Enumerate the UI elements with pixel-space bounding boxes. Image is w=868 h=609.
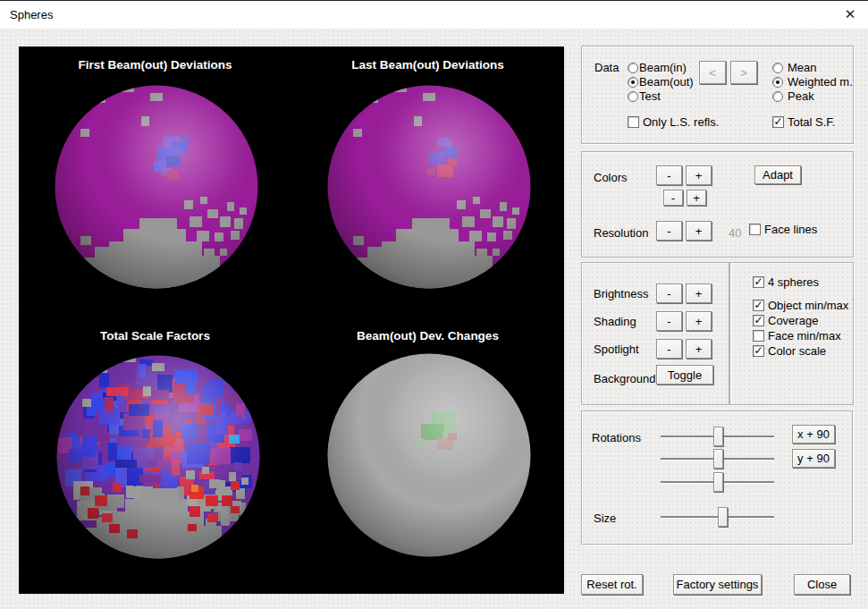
shading-plus-button[interactable]: + <box>686 311 712 331</box>
close-icon[interactable]: ✕ <box>841 5 859 23</box>
sphere-title-changes: Beam(out) Dev. Changes <box>291 329 564 343</box>
label-spotlight: Spotlight <box>594 343 639 356</box>
brightness-minus-button[interactable]: - <box>656 283 682 303</box>
sphere-title-last: Last Beam(out) Deviations <box>291 58 564 72</box>
checkbox-label-only-l-s-refls: Only L.S. refls. <box>643 115 719 129</box>
rotation-slider-3[interactable] <box>661 472 774 492</box>
checkbox-label-total-s-f: Total S.F. <box>788 115 835 129</box>
y-plus-90-button[interactable]: y + 90 <box>792 449 835 468</box>
radio-peak[interactable] <box>772 91 783 102</box>
colors-group: Colors - + Adapt - + Resolution - + 40 F… <box>581 151 854 258</box>
checkbox-total-s-f[interactable]: ✓ <box>772 116 784 128</box>
size-slider-thumb[interactable] <box>718 507 728 527</box>
checkbox-face-lines[interactable] <box>749 224 761 235</box>
colors-minus2-button[interactable]: - <box>663 190 683 206</box>
rotation-slider-2[interactable] <box>661 449 774 469</box>
radio-label-beam-in: Beam(in) <box>639 61 687 74</box>
size-slider[interactable] <box>661 507 774 527</box>
size-label: Size <box>594 512 616 525</box>
resolution-value: 40 <box>729 226 741 240</box>
radio-test[interactable] <box>628 91 638 102</box>
checkbox-label-coverage: Coverage <box>768 314 818 327</box>
dialog-body: First Beam(out) Deviations Last Beam(out… <box>0 29 868 609</box>
resolution-plus-button[interactable]: + <box>686 221 712 241</box>
close-button[interactable]: Close <box>794 574 850 595</box>
colors-label: Colors <box>594 171 628 184</box>
checkbox-label-4-spheres: 4 spheres <box>768 275 819 289</box>
rotation-slider-1-thumb[interactable] <box>713 427 723 446</box>
title-bar: Spheres ✕ <box>0 1 868 29</box>
rotation-slider-2-thumb[interactable] <box>713 449 723 469</box>
next-data-button[interactable]: > <box>730 61 757 84</box>
checkbox-4-spheres[interactable]: ✓ <box>753 276 764 288</box>
colors-minus-button[interactable]: - <box>656 165 682 185</box>
spotlight-plus-button[interactable]: + <box>686 339 712 359</box>
radio-label-mean: Mean <box>788 61 817 74</box>
rotations-group: Rotations x + 90 y + 90 Size <box>581 410 853 545</box>
options-group: ✓4 spheres✓Object min/max✓CoverageFace m… <box>729 262 854 405</box>
brightness-plus-button[interactable]: + <box>686 283 712 303</box>
checkbox-only-l-s-refls[interactable] <box>628 116 639 128</box>
checkbox-label-color-scale: Color scale <box>768 344 826 358</box>
rotation-slider-1[interactable] <box>661 427 774 446</box>
radio-beam-in[interactable] <box>628 63 638 73</box>
sphere-last-beam-out-deviations <box>326 84 532 290</box>
window-title: Spheres <box>10 8 53 21</box>
label-brightness: Brightness <box>594 287 648 300</box>
factory-settings-button[interactable]: Factory settings <box>673 574 762 595</box>
resolution-minus-button[interactable]: - <box>656 221 682 241</box>
sphere-beam-out-dev-changes <box>326 352 532 558</box>
checkbox-label-face-min-max: Face min/max <box>768 329 841 343</box>
rotations-label: Rotations <box>592 431 641 444</box>
shading-minus-button[interactable]: - <box>656 311 682 331</box>
sphere-viewport: First Beam(out) Deviations Last Beam(out… <box>19 47 564 594</box>
colors-plus2-button[interactable]: + <box>687 190 706 206</box>
radio-weighted-m[interactable] <box>772 77 783 88</box>
radio-label-test: Test <box>639 89 661 103</box>
background-label: Background <box>594 372 655 385</box>
prev-data-button[interactable]: < <box>699 61 726 84</box>
rotation-slider-3-thumb[interactable] <box>713 472 723 492</box>
checkbox-object-min-max[interactable]: ✓ <box>753 300 764 311</box>
checkbox-label-face-lines: Face lines <box>764 223 817 236</box>
adapt-button[interactable]: Adapt <box>754 165 801 184</box>
radio-beam-out[interactable] <box>628 77 638 88</box>
display-group: Background Toggle Brightness-+Shading-+S… <box>581 262 729 405</box>
x-plus-90-button[interactable]: x + 90 <box>792 425 835 444</box>
radio-label-beam-out: Beam(out) <box>639 75 694 89</box>
checkbox-label-object-min-max: Object min/max <box>768 299 848 312</box>
sphere-first-beam-out-deviations <box>54 84 259 290</box>
label-shading: Shading <box>594 315 636 328</box>
checkbox-color-scale[interactable]: ✓ <box>753 345 764 357</box>
reset-rotation-button[interactable]: Reset rot. <box>581 574 643 595</box>
resolution-label: Resolution <box>594 226 648 240</box>
spotlight-minus-button[interactable]: - <box>656 339 682 359</box>
spheres-dialog: Spheres ✕ First Beam(out) Deviations Las… <box>0 0 868 609</box>
toggle-background-button[interactable]: Toggle <box>656 365 713 385</box>
radio-mean[interactable] <box>772 63 783 73</box>
radio-label-peak: Peak <box>788 89 814 103</box>
data-group: Data < > Beam(in)Beam(out)TestMeanWeight… <box>581 46 854 144</box>
radio-label-weighted-m: Weighted m. <box>788 75 853 89</box>
sphere-title-first: First Beam(out) Deviations <box>19 58 291 72</box>
sphere-total-scale-factors <box>55 354 261 560</box>
data-group-label: Data <box>594 61 619 74</box>
checkbox-face-min-max[interactable] <box>753 330 764 342</box>
sphere-title-total-scale: Total Scale Factors <box>19 329 291 343</box>
colors-plus-button[interactable]: + <box>686 165 712 185</box>
checkbox-coverage[interactable]: ✓ <box>753 315 764 326</box>
